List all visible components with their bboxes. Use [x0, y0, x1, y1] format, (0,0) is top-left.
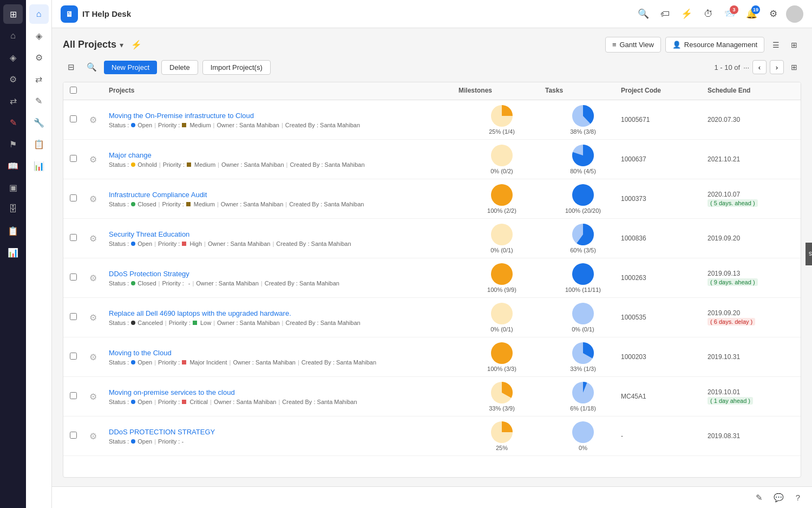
- feedback-tab[interactable]: Project Feeds: [806, 243, 812, 265]
- search-button[interactable]: 🔍: [634, 5, 652, 23]
- user-avatar[interactable]: [786, 5, 803, 23]
- project-name[interactable]: Major change: [109, 151, 459, 159]
- header-actions: 🔍 🏷 ⚡ ⏱ 📨 3 🔔 19 ⚙: [634, 5, 803, 23]
- module-settings-icon[interactable]: ⚙: [29, 48, 49, 67]
- row-checkbox[interactable]: [70, 353, 89, 361]
- row-settings[interactable]: ⚙: [89, 115, 109, 125]
- gantt-view-button[interactable]: ≡ Gantt View: [605, 37, 661, 53]
- edit-icon[interactable]: ✎: [751, 490, 767, 505]
- filter-icon[interactable]: ⚡: [131, 40, 142, 50]
- tasks-cell: 100% (20/20): [545, 184, 621, 214]
- nav-chart-icon[interactable]: 📊: [3, 243, 23, 262]
- project-name[interactable]: DDoS Protection Strategy: [109, 270, 459, 278]
- module-home-icon[interactable]: ⌂: [29, 4, 49, 24]
- row-settings[interactable]: ⚙: [89, 233, 109, 244]
- row-settings[interactable]: ⚙: [89, 431, 109, 441]
- nav-settings-icon[interactable]: ⚙: [3, 69, 23, 89]
- row-checkbox[interactable]: [70, 432, 89, 440]
- milestones-cell: 25%: [459, 421, 545, 451]
- row-settings[interactable]: ⚙: [89, 273, 109, 283]
- project-code: 1000637: [621, 155, 708, 163]
- schedule-end-cell: 2019.09.13 ( 9 days. ahead ): [708, 270, 794, 286]
- nav-edit-icon[interactable]: ✎: [3, 113, 23, 132]
- project-name[interactable]: Replace all Dell 4690 laptops with the u…: [109, 309, 459, 317]
- table-view-icon[interactable]: ⊟: [63, 59, 79, 75]
- table-row: ⚙ Infrastructure Compliance Audit Status…: [63, 179, 801, 219]
- column-settings-button[interactable]: ⊞: [787, 60, 801, 74]
- lightning-button[interactable]: ⚡: [678, 5, 695, 23]
- project-name[interactable]: Infrastructure Compliance Audit: [109, 191, 459, 199]
- resource-management-button[interactable]: 👤 Resource Management: [665, 37, 764, 53]
- message-button[interactable]: 📨 3: [721, 5, 738, 23]
- nav-shuffle-icon[interactable]: ⇄: [3, 91, 23, 110]
- import-button[interactable]: Import Project(s): [202, 60, 271, 75]
- next-page-button[interactable]: ›: [770, 60, 784, 74]
- project-name[interactable]: Moving to the Cloud: [109, 349, 459, 357]
- project-meta: Status : Open | Priority : Medium | Owne…: [109, 122, 459, 128]
- nav-clipboard-icon[interactable]: 📋: [3, 221, 23, 240]
- nav-box-icon[interactable]: ▣: [3, 178, 23, 197]
- row-checkbox[interactable]: [70, 194, 89, 203]
- status-dot: [131, 242, 135, 246]
- project-name[interactable]: Moving on-premise services to the cloud: [109, 388, 459, 396]
- page-title-dropdown[interactable]: ▾: [120, 41, 123, 49]
- tasks-label: 33% (1/3): [570, 366, 596, 372]
- list-view-toggle[interactable]: ☰: [769, 38, 783, 52]
- project-info: DDoS PROTECTION STRATEGY Status : Open |…: [109, 428, 459, 445]
- chat-icon[interactable]: 💬: [771, 490, 786, 505]
- row-checkbox[interactable]: [70, 234, 89, 243]
- status-dot: [131, 400, 135, 404]
- nav-flag-icon[interactable]: ⚑: [3, 134, 23, 154]
- row-settings[interactable]: ⚙: [89, 312, 109, 323]
- schedule-tag: ( 5 days. ahead ): [708, 199, 758, 207]
- module-clipboard-icon[interactable]: 📋: [29, 134, 49, 154]
- app-logo-icon: 🖥: [61, 5, 78, 23]
- row-settings[interactable]: ⚙: [89, 352, 109, 362]
- module-edit-icon[interactable]: ✎: [29, 91, 49, 110]
- milestones-cell: 0% (0/1): [459, 223, 545, 253]
- module-tag-icon[interactable]: ◈: [29, 26, 49, 45]
- row-checkbox[interactable]: [70, 115, 89, 124]
- resource-icon: 👤: [672, 41, 681, 49]
- grid-view-toggle[interactable]: ⊞: [787, 38, 801, 52]
- gantt-icon: ≡: [612, 41, 617, 49]
- nav-tag-icon[interactable]: ◈: [3, 48, 23, 67]
- history-button[interactable]: ⏱: [699, 5, 717, 23]
- module-wrench-icon[interactable]: 🔧: [29, 113, 49, 132]
- row-settings[interactable]: ⚙: [89, 392, 109, 402]
- row-settings[interactable]: ⚙: [89, 154, 109, 165]
- page-title: All Projects: [63, 39, 116, 50]
- nav-db-icon[interactable]: 🗄: [3, 199, 23, 219]
- delete-button[interactable]: Delete: [161, 60, 198, 75]
- gear-button[interactable]: ⚙: [764, 5, 782, 23]
- help-icon[interactable]: ?: [790, 490, 806, 505]
- table-row: ⚙ DDoS PROTECTION STRATEGY Status : Open…: [63, 416, 801, 456]
- project-name[interactable]: Security Threat Education: [109, 230, 459, 238]
- select-all-header[interactable]: [70, 87, 89, 95]
- row-settings[interactable]: ⚙: [89, 194, 109, 204]
- more-icon[interactable]: ···: [743, 63, 749, 71]
- new-project-button[interactable]: New Project: [104, 61, 157, 74]
- search-icon[interactable]: 🔍: [83, 59, 100, 75]
- nav-grid-icon[interactable]: ⊞: [3, 4, 23, 24]
- tag-button[interactable]: 🏷: [656, 5, 673, 23]
- prev-page-button[interactable]: ‹: [752, 60, 767, 74]
- module-chart-icon[interactable]: 📊: [29, 156, 49, 175]
- module-shuffle-icon[interactable]: ⇄: [29, 69, 49, 89]
- project-name[interactable]: DDoS PROTECTION STRATEGY: [109, 428, 459, 436]
- svg-point-5: [572, 184, 594, 206]
- table-row: ⚙ Moving on-premise services to the clou…: [63, 377, 801, 416]
- row-checkbox[interactable]: [70, 313, 89, 322]
- schedule-end-date: 2019.10.01: [708, 388, 794, 396]
- row-checkbox[interactable]: [70, 273, 89, 282]
- notification-button[interactable]: 🔔 19: [743, 5, 760, 23]
- row-checkbox[interactable]: [70, 155, 89, 164]
- status-dot: [131, 202, 135, 206]
- svg-point-4: [491, 184, 513, 206]
- page-title-group: All Projects ▾ ⚡: [63, 39, 142, 50]
- row-checkbox[interactable]: [70, 392, 89, 401]
- nav-home-icon[interactable]: ⌂: [3, 26, 23, 45]
- project-name[interactable]: Moving the On-Premise infrastructure to …: [109, 112, 459, 120]
- nav-book-icon[interactable]: 📖: [3, 156, 23, 175]
- project-code: 1000535: [621, 314, 708, 321]
